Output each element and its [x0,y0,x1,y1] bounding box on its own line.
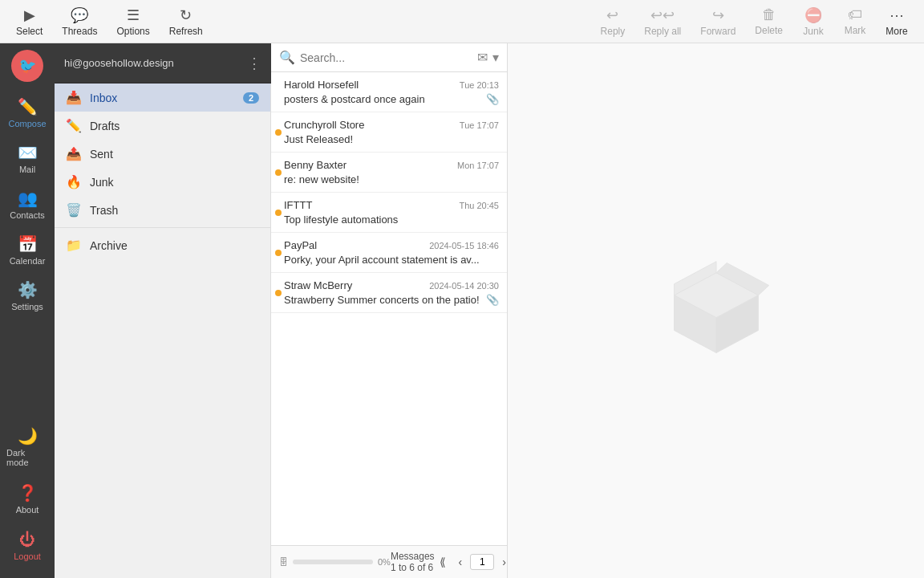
sidebar-item-darkmode[interactable]: 🌙 Dark mode [3,420,51,474]
mark-label: Mark [845,25,866,36]
sent-icon: 📤 [66,146,82,161]
main-content: 🐦 ✏️ Compose ✉️ Mail 👥 Contacts 📅 Calend… [0,43,924,578]
email-time: Tue 17:07 [460,120,499,130]
email-sender: Crunchyroll Store [284,119,364,131]
delete-icon: 🗑 [762,6,776,23]
more-button[interactable]: ⋯ More [877,3,916,40]
email-sender: Straw McBerry [284,279,352,291]
archive-icon: 📁 [66,238,82,253]
search-input[interactable] [300,51,472,64]
email-subject: Just Released! [284,133,499,145]
forward-icon: ↪ [712,6,724,24]
delete-button[interactable]: 🗑 Delete [747,3,791,39]
sidebar-bottom: 🌙 Dark mode ❓ About ⏻ Logout [3,419,51,572]
folder-item-drafts[interactable]: ✏️ Drafts [55,112,270,140]
delete-label: Delete [755,25,783,36]
tray-icon: 🗄 [279,557,288,567]
avatar[interactable]: 🐦 [11,50,43,82]
folder-label-sent: Sent [90,148,259,161]
sidebar-item-mail[interactable]: ✉️ Mail [3,136,51,181]
folder-label-junk: Junk [90,176,259,189]
threads-icon: 💬 [71,6,88,24]
email-sender: Harold Horsefell [284,79,359,91]
email-sender: Benny Baxter [284,159,346,171]
sidebar-mail-label: Mail [19,165,35,174]
email-item[interactable]: Benny Baxter Mon 17:07 re: new website! [271,153,507,193]
darkmode-icon: 🌙 [18,426,38,446]
email-subject: Top lifestyle automations [284,214,499,226]
email-time: 2024-05-15 18:46 [429,241,499,250]
folder-item-archive[interactable]: 📁 Archive [55,231,270,259]
select-button[interactable]: ▶ Select [8,3,51,40]
prev-page-button[interactable]: ‹ [454,554,468,570]
about-icon: ❓ [18,483,38,503]
page-number-input[interactable] [470,554,494,570]
compose-icon: ✏️ [18,97,38,116]
mark-button[interactable]: 🏷 Mark [836,3,874,39]
mark-icon: 🏷 [848,6,862,23]
folder-label-archive: Archive [90,239,259,252]
forward-button[interactable]: ↪ Forward [692,3,744,40]
email-time: Thu 20:45 [459,201,499,210]
sidebar-item-calendar[interactable]: 📅 Calendar [3,228,51,272]
threads-label: Threads [62,26,97,37]
folder-item-junk[interactable]: 🔥 Junk [55,168,270,196]
junk-button[interactable]: ⛔ Junk [794,3,833,40]
toolbar-left-group: ▶ Select 💬 Threads ☰ Options ↻ Refresh [8,3,211,40]
threads-button[interactable]: 💬 Threads [54,3,105,40]
email-subject: posters & postcard once again [284,93,483,105]
unread-dot [275,210,282,216]
folder-item-trash[interactable]: 🗑️ Trash [55,196,270,224]
reply-all-label: Reply all [644,26,681,37]
reply-icon: ↩ [606,6,618,24]
account-more-button[interactable]: ⋮ [247,55,261,72]
empty-box-illustration [644,254,788,367]
email-time: Tue 20:13 [460,80,499,90]
unread-dot [275,290,282,296]
sidebar-item-compose[interactable]: ✏️ Compose [3,91,51,135]
select-label: Select [16,26,43,37]
junk-icon: ⛔ [804,6,822,24]
sidebar-item-settings[interactable]: ⚙️ Settings [3,274,51,318]
refresh-button[interactable]: ↻ Refresh [161,3,211,40]
email-item[interactable]: Straw McBerry 2024-05-14 20:30 Strawberr… [271,273,507,313]
folder-divider [55,227,270,228]
sidebar-about-label: About [16,505,39,515]
sidebar-darkmode-label: Dark mode [6,448,48,467]
settings-icon: ⚙️ [18,280,38,299]
left-panel: hi@goosehollow.design ⋮ 📥 Inbox 2 ✏️ Dra… [55,43,271,578]
sidebar-item-logout[interactable]: ⏻ Logout [3,524,51,568]
attachment-icon: 📎 [486,93,499,105]
filter-icon[interactable]: ✉ [477,50,488,65]
folder-item-inbox[interactable]: 📥 Inbox 2 [55,83,270,112]
empty-state [644,254,788,367]
reply-button[interactable]: ↩ Reply [593,3,634,40]
folder-label-drafts: Drafts [90,120,259,132]
reply-all-icon: ↩↩ [650,6,675,24]
options-label: Options [116,26,149,37]
sidebar: 🐦 ✏️ Compose ✉️ Mail 👥 Contacts 📅 Calend… [0,43,55,578]
email-item[interactable]: IFTTT Thu 20:45 Top lifestyle automation… [271,193,507,233]
junk-label: Junk [803,26,823,37]
inbox-badge: 2 [243,92,259,104]
reply-label: Reply [601,26,626,37]
sidebar-item-about[interactable]: ❓ About [3,477,51,521]
email-time: Mon 17:07 [457,161,499,170]
email-item[interactable]: PayPal 2024-05-15 18:46 Porky, your Apri… [271,233,507,273]
sidebar-item-contacts[interactable]: 👥 Contacts [3,182,51,226]
email-item[interactable]: Harold Horsefell Tue 20:13 posters & pos… [271,72,507,112]
dropdown-icon[interactable]: ▾ [492,50,499,65]
email-subject: Porky, your April account statement is a… [284,254,499,266]
toolbar-right-group: ↩ Reply ↩↩ Reply all ↪ Forward 🗑 Delete … [593,3,916,40]
next-page-button[interactable]: › [497,554,508,570]
reading-pane [508,43,924,578]
email-item[interactable]: Crunchyroll Store Tue 17:07 Just Release… [271,112,507,153]
options-button[interactable]: ☰ Options [108,3,157,40]
calendar-icon: 📅 [18,234,38,254]
inbox-icon: 📥 [66,90,82,105]
email-panel: 🔍 ✉ ▾ Harold Horsefell Tue 20:13 posters… [271,43,508,578]
first-page-button[interactable]: ⟪ [435,554,451,570]
folder-item-sent[interactable]: 📤 Sent [55,140,270,168]
folder-label-inbox: Inbox [90,92,235,104]
reply-all-button[interactable]: ↩↩ Reply all [636,3,689,40]
